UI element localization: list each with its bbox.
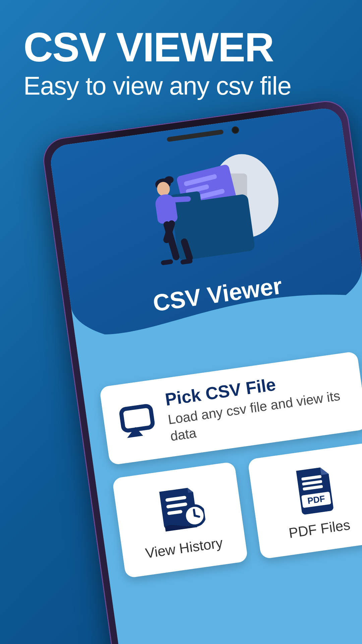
view-history-label: View History [144, 535, 224, 561]
view-history-card[interactable]: View History [112, 462, 248, 578]
pick-csv-card[interactable]: Pick CSV File Load any csv file and view… [99, 351, 362, 466]
promo-header: CSV VIEWER Easy to view any csv file [23, 27, 291, 100]
app-header: CSV Viewer [49, 106, 362, 360]
phone-mockup: CSV Viewer Pick CSV File Load any csv fi… [40, 98, 362, 644]
pdf-files-card[interactable]: PDF PDF Files [247, 442, 362, 559]
cards-container: Pick CSV File Load any csv file and view… [78, 319, 362, 581]
promo-subtitle: Easy to view any csv file [23, 71, 291, 100]
svg-rect-0 [121, 405, 153, 431]
phone-screen: CSV Viewer Pick CSV File Load any csv fi… [49, 106, 362, 644]
history-icon [150, 480, 207, 537]
card-row: View History PDF PD [112, 442, 362, 578]
pdf-files-label: PDF Files [288, 517, 351, 541]
promo-title: CSV VIEWER [23, 27, 291, 68]
header-illustration [111, 141, 298, 265]
pdf-icon: PDF [286, 461, 342, 518]
pick-csv-text: Pick CSV File Load any csv file and view… [164, 365, 353, 445]
pick-file-icon [115, 399, 161, 444]
